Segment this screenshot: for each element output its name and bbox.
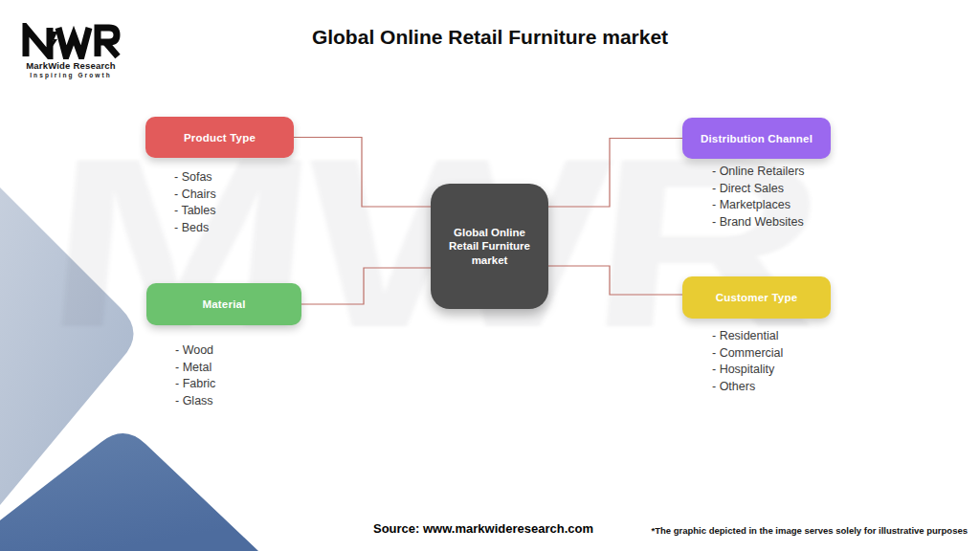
list-item: - Direct Sales xyxy=(712,181,805,198)
list-item: - Online Retailers xyxy=(712,164,805,181)
list-item: - Glass xyxy=(175,393,215,410)
list-item: - Hospitality xyxy=(712,362,783,379)
list-item: - Sofas xyxy=(174,169,216,187)
customer-type-list: - Residential - Commercial - Hospitality… xyxy=(712,328,783,395)
node-product-type: Product Type xyxy=(145,117,294,158)
node-customer-type-label: Customer Type xyxy=(716,292,797,303)
list-item: - Chairs xyxy=(174,187,216,204)
list-item: - Wood xyxy=(175,342,215,360)
product-type-list: - Sofas - Chairs - Tables - Beds xyxy=(174,169,216,236)
node-distribution-channel-label: Distribution Channel xyxy=(701,133,813,144)
list-item: - Metal xyxy=(175,360,215,377)
logo-company-name: MarkWide Research xyxy=(17,60,124,71)
connector-material xyxy=(301,268,431,304)
page-title: Global Online Retail Furniture market xyxy=(0,26,980,49)
connector-customer-type xyxy=(548,266,682,295)
node-customer-type: Customer Type xyxy=(682,276,831,319)
logo-tagline: Inspiring Growth xyxy=(17,72,124,78)
list-item: - Beds xyxy=(174,220,216,237)
distribution-channel-list: - Online Retailers - Direct Sales - Mark… xyxy=(712,164,805,231)
node-material-label: Material xyxy=(202,298,245,310)
list-item: - Fabric xyxy=(175,376,215,393)
list-item: - Others xyxy=(712,379,783,396)
connector-product-type xyxy=(294,138,431,208)
node-distribution-channel: Distribution Channel xyxy=(682,118,831,159)
list-item: - Marketplaces xyxy=(712,197,805,214)
center-node-label: Global Online Retail Furniture market xyxy=(442,226,537,267)
list-item: - Tables xyxy=(174,203,216,220)
list-item: - Residential xyxy=(712,328,783,345)
list-item: - Commercial xyxy=(712,345,783,363)
material-list: - Wood - Metal - Fabric - Glass xyxy=(175,342,215,409)
footer-disclaimer: *The graphic depicted in the image serve… xyxy=(652,525,969,536)
footer-source: Source: www.markwideresearch.com xyxy=(373,521,593,536)
infographic-canvas: MWR MarkWide Research Inspiring Growth G… xyxy=(0,0,980,551)
list-item: - Brand Websites xyxy=(712,214,805,231)
center-node: Global Online Retail Furniture market xyxy=(431,184,548,309)
connector-distribution-channel xyxy=(548,139,682,208)
node-product-type-label: Product Type xyxy=(184,132,256,143)
node-material: Material xyxy=(146,283,301,325)
